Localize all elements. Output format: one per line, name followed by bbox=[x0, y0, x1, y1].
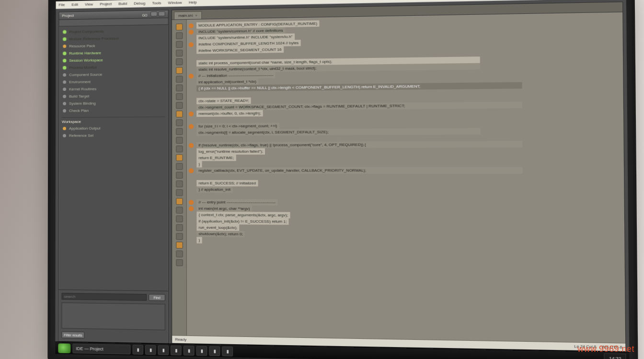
breakpoint-icon[interactable] bbox=[189, 219, 194, 224]
breakpoint-icon[interactable] bbox=[189, 55, 194, 59]
menu-item[interactable]: Window bbox=[168, 0, 182, 5]
project-tree[interactable]: Project ComponentsModule Reference Proce… bbox=[59, 25, 168, 291]
gutter-marker-icon[interactable] bbox=[176, 224, 183, 231]
menu-item[interactable]: File bbox=[58, 3, 65, 7]
breakpoint-icon[interactable] bbox=[189, 156, 194, 160]
menu-item[interactable]: Tools bbox=[152, 1, 161, 5]
search-button[interactable]: Find bbox=[149, 294, 165, 301]
breakpoint-icon[interactable] bbox=[189, 231, 194, 236]
gutter-marker-icon[interactable] bbox=[176, 58, 183, 65]
breakpoint-icon[interactable] bbox=[189, 48, 194, 53]
menu-item[interactable]: Build bbox=[118, 1, 127, 6]
gutter-marker-icon[interactable] bbox=[176, 146, 183, 152]
gutter-marker-icon[interactable] bbox=[176, 119, 183, 126]
breakpoint-icon[interactable] bbox=[189, 74, 194, 79]
code-line[interactable]: return E_SUCCESS; // initialized bbox=[189, 180, 621, 187]
taskbar-app-icon[interactable]: ▮ bbox=[184, 346, 195, 356]
menu-item[interactable]: Debug bbox=[134, 1, 145, 5]
taskbar-app-icon[interactable]: ▮ bbox=[196, 346, 207, 356]
menu-item[interactable]: Edit bbox=[71, 2, 78, 7]
gutter-marker-icon[interactable] bbox=[176, 207, 183, 213]
breakpoint-icon[interactable] bbox=[189, 112, 194, 116]
gutter-marker-icon[interactable] bbox=[176, 250, 183, 257]
gutter-marker-icon[interactable] bbox=[176, 128, 183, 135]
code-line[interactable]: register_callback(ctx, EVT_UPDATE, on_up… bbox=[189, 167, 621, 174]
editor-tab[interactable]: main.src × bbox=[174, 11, 202, 19]
breakpoint-icon[interactable] bbox=[189, 67, 194, 72]
menu-item[interactable]: View bbox=[85, 2, 93, 6]
breakpoint-icon[interactable] bbox=[189, 80, 194, 85]
breakpoint-icon[interactable] bbox=[189, 168, 194, 173]
breakpoint-icon[interactable] bbox=[189, 238, 194, 243]
breakpoint-icon[interactable] bbox=[189, 130, 194, 135]
gutter-marker-icon[interactable] bbox=[176, 172, 183, 179]
tree-item[interactable]: Application Output bbox=[62, 124, 165, 132]
code-line[interactable]: } bbox=[189, 160, 621, 168]
gutter-marker-icon[interactable] bbox=[176, 180, 183, 187]
breakpoint-icon[interactable] bbox=[189, 181, 194, 186]
taskbar-app-icon[interactable]: ▮ bbox=[171, 345, 182, 355]
breakpoint-icon[interactable] bbox=[189, 124, 194, 129]
breakpoint-icon[interactable] bbox=[189, 206, 194, 211]
start-button[interactable] bbox=[58, 343, 70, 353]
breakpoint-icon[interactable] bbox=[189, 30, 194, 34]
taskbar-app-icon[interactable]: ▮ bbox=[158, 345, 169, 355]
taskbar-app-icon[interactable]: ▮ bbox=[133, 345, 143, 355]
gutter-marker-icon[interactable] bbox=[176, 111, 183, 117]
gutter-marker-icon[interactable] bbox=[176, 198, 183, 205]
breakpoint-icon[interactable] bbox=[189, 187, 194, 192]
taskbar-app-icon[interactable]: ▮ bbox=[222, 346, 233, 356]
search-input[interactable] bbox=[61, 293, 147, 301]
panel-tool-button[interactable] bbox=[150, 11, 157, 16]
gutter-marker-icon[interactable] bbox=[176, 23, 183, 30]
gutter-marker-icon[interactable] bbox=[176, 215, 183, 222]
breakpoint-icon[interactable] bbox=[189, 61, 194, 66]
taskbar-app-icon[interactable]: ▮ bbox=[209, 346, 220, 356]
breakpoint-icon[interactable] bbox=[189, 225, 194, 230]
panel-tool-button-2[interactable] bbox=[158, 11, 165, 16]
breakpoint-icon[interactable] bbox=[189, 99, 194, 103]
gutter-marker-icon[interactable] bbox=[176, 32, 183, 39]
breakpoint-icon[interactable] bbox=[189, 42, 194, 47]
breakpoint-icon[interactable] bbox=[189, 118, 194, 123]
breakpoint-icon[interactable] bbox=[189, 92, 194, 97]
breakpoint-icon[interactable] bbox=[189, 149, 194, 154]
gutter-marker-icon[interactable] bbox=[176, 93, 183, 100]
gutter-marker-icon[interactable] bbox=[176, 242, 183, 248]
tree-item[interactable]: Reference Set bbox=[62, 132, 165, 139]
gutter-marker-icon[interactable] bbox=[176, 259, 183, 266]
menu-item[interactable]: Project bbox=[100, 2, 112, 6]
close-icon[interactable]: × bbox=[195, 13, 197, 18]
breakpoint-icon[interactable] bbox=[189, 213, 194, 217]
breakpoint-icon[interactable] bbox=[189, 200, 194, 204]
gutter-marker-icon[interactable] bbox=[176, 163, 183, 170]
breakpoint-icon[interactable] bbox=[189, 174, 194, 179]
gutter-marker-icon[interactable] bbox=[176, 67, 183, 74]
breakpoint-icon[interactable] bbox=[189, 86, 194, 91]
breakpoint-icon[interactable] bbox=[189, 23, 194, 28]
breakpoint-icon[interactable] bbox=[189, 36, 194, 41]
taskbar-window-button[interactable]: IDE — Project bbox=[72, 343, 130, 354]
tree-item[interactable]: Check Plan bbox=[62, 106, 165, 114]
breakpoint-icon[interactable] bbox=[189, 136, 194, 141]
breakpoint-icon[interactable] bbox=[189, 143, 194, 147]
gutter-marker-icon[interactable] bbox=[176, 76, 183, 82]
gutter-marker-icon[interactable] bbox=[176, 41, 183, 48]
code-area[interactable]: MODULE APPLICATION_ENTRY : CONFIG(DEFAUL… bbox=[187, 12, 626, 343]
tree-item[interactable]: System Binding bbox=[62, 99, 165, 107]
breakpoint-icon[interactable] bbox=[189, 162, 194, 167]
gutter-marker-icon[interactable] bbox=[176, 85, 183, 91]
filter-button[interactable]: Filter results bbox=[61, 331, 84, 338]
gutter-marker-icon[interactable] bbox=[176, 137, 183, 144]
menu-item[interactable]: Help bbox=[189, 0, 197, 4]
taskbar-app-icon[interactable]: ▮ bbox=[145, 345, 156, 355]
gutter-marker-icon[interactable] bbox=[176, 50, 183, 56]
gutter-marker-icon[interactable] bbox=[176, 189, 183, 196]
gutter-marker-icon[interactable] bbox=[176, 233, 183, 240]
breakpoint-icon[interactable] bbox=[189, 105, 194, 110]
code-line[interactable] bbox=[189, 174, 621, 180]
breakpoint-icon[interactable] bbox=[189, 193, 194, 198]
code-line[interactable]: // --- entry point ---------------------… bbox=[189, 199, 621, 207]
gutter-marker-icon[interactable] bbox=[176, 102, 183, 109]
gutter-marker-icon[interactable] bbox=[176, 154, 183, 161]
